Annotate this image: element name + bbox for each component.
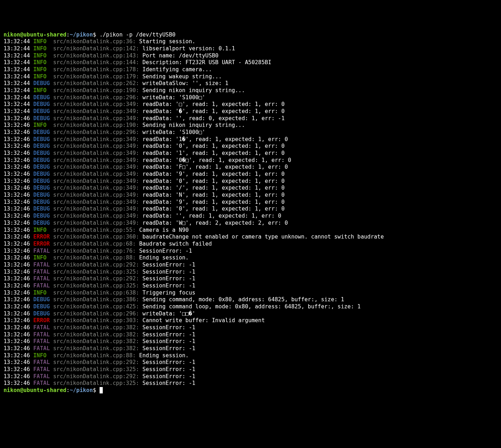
prompt-colon: : <box>66 32 69 38</box>
log-line: 13:32:46 DEBUG src/nikonDatalink.cpp:349… <box>4 157 497 164</box>
log-level: FATAL <box>33 345 50 352</box>
prompt-user: nikon@ubuntu-shared <box>4 32 66 38</box>
log-level: DEBUG <box>33 115 50 122</box>
log-line: 13:32:46 DEBUG src/nikonDatalink.cpp:425… <box>4 303 497 310</box>
log-level: DEBUG <box>33 150 50 156</box>
log-line: 13:32:46 FATAL src/nikonDatalink.cpp:325… <box>4 269 497 276</box>
log-level: DEBUG <box>33 94 50 101</box>
log-message: libserialport version: 0.1.1 <box>142 45 235 52</box>
log-source: src/nikonDatalink.cpp:190: <box>53 122 139 128</box>
log-level: DEBUG <box>33 136 50 142</box>
log-timestamp: 13:32:46 <box>4 192 30 198</box>
log-message: Baudrate switch failed <box>139 241 212 247</box>
log-message: baudrateChange not enabled or camera typ… <box>142 234 384 240</box>
log-line: 13:32:46 INFO src/nikonDatalink.cpp:638:… <box>4 290 497 297</box>
terminal-output[interactable]: nikon@ubuntu-shared:~/pikon$ ./pikon -p … <box>4 32 497 394</box>
log-line: 13:32:46 FATAL src/nikonDatalink.cpp:382… <box>4 345 497 352</box>
log-line: 13:32:44 INFO src/nikonDatalink.cpp:178:… <box>4 66 497 73</box>
log-line: 13:32:46 ERROR src/nikonDatalink.cpp:303… <box>4 317 497 324</box>
log-line: 13:32:46 DEBUG src/nikonDatalink.cpp:349… <box>4 199 497 206</box>
log-timestamp: 13:32:46 <box>4 380 30 386</box>
log-line: 13:32:46 FATAL src/nikonDatalink.cpp:382… <box>4 324 497 331</box>
log-message: SessionError: -1 <box>142 380 195 386</box>
log-source: src/nikonDatalink.cpp:425: <box>53 303 139 310</box>
log-message: Sending command, mode: 0x80, address: 64… <box>142 296 344 303</box>
log-source: src/nikonDatalink.cpp:349: <box>53 115 139 122</box>
log-timestamp: 13:32:46 <box>4 324 30 331</box>
log-source: src/nikonDatalink.cpp:349: <box>53 143 139 149</box>
log-line: 13:32:46 DEBUG src/nikonDatalink.cpp:349… <box>4 220 497 227</box>
log-timestamp: 13:32:44 <box>4 73 30 80</box>
log-line: 13:32:46 INFO src/nikonDatalink.cpp:190:… <box>4 122 497 129</box>
log-line: 13:32:46 INFO src/nikonDatalink.cpp:55: … <box>4 227 497 234</box>
log-level: FATAL <box>33 338 50 345</box>
log-level: FATAL <box>33 324 50 331</box>
log-message: readData: 'N', read: 1, expected: 1, err… <box>142 192 285 198</box>
log-timestamp: 13:32:46 <box>4 227 30 233</box>
log-message: readData: '1', read: 1, expected: 1, err… <box>142 150 285 156</box>
log-level: DEBUG <box>33 310 50 317</box>
log-source: src/nikonDatalink.cpp:349: <box>53 171 139 177</box>
log-source: src/nikonDatalink.cpp:325: <box>53 366 139 373</box>
log-line: 13:32:46 DEBUG src/nikonDatalink.cpp:349… <box>4 192 497 199</box>
log-source: src/nikonDatalink.cpp:142: <box>53 45 139 52</box>
log-source: src/nikonDatalink.cpp:303: <box>53 317 139 324</box>
log-line: 13:32:46 DEBUG src/nikonDatalink.cpp:349… <box>4 136 497 143</box>
log-timestamp: 13:32:46 <box>4 150 30 156</box>
log-timestamp: 13:32:46 <box>4 310 30 317</box>
log-timestamp: 13:32:46 <box>4 115 30 122</box>
log-line: 13:32:46 DEBUG src/nikonDatalink.cpp:349… <box>4 206 497 213</box>
log-timestamp: 13:32:46 <box>4 338 30 345</box>
log-message: Ending session. <box>139 254 189 261</box>
command-text: ./pikon -p /dev/ttyUSB0 <box>96 32 175 38</box>
log-line: 13:32:46 DEBUG src/nikonDatalink.cpp:349… <box>4 213 497 220</box>
log-source: src/nikonDatalink.cpp:349: <box>53 192 139 198</box>
log-source: src/nikonDatalink.cpp:386: <box>53 296 139 303</box>
log-level: FATAL <box>33 269 50 275</box>
log-timestamp: 13:32:46 <box>4 136 30 142</box>
log-source: src/nikonDatalink.cpp:179: <box>53 73 139 80</box>
log-level: DEBUG <box>33 164 50 170</box>
log-message: readData: '□', read: 1, expected: 1, err… <box>142 101 285 107</box>
log-timestamp: 13:32:44 <box>4 66 30 73</box>
log-message: SessionError: -1 <box>142 338 195 345</box>
log-source: src/nikonDatalink.cpp:382: <box>53 324 139 331</box>
log-timestamp: 13:32:46 <box>4 199 30 205</box>
prompt-user: nikon@ubuntu-shared <box>4 387 66 393</box>
prompt-dollar: $ <box>93 32 96 38</box>
log-level: DEBUG <box>33 199 50 205</box>
log-message: SessionError: -1 <box>142 359 195 365</box>
log-line: 13:32:44 DEBUG src/nikonDatalink.cpp:349… <box>4 108 497 115</box>
log-level: FATAL <box>33 248 50 254</box>
log-message: writeDataSlow: '', size: 1 <box>142 80 229 86</box>
log-line: 13:32:46 DEBUG src/nikonDatalink.cpp:349… <box>4 164 497 171</box>
log-level: INFO <box>33 59 50 66</box>
log-timestamp: 13:32:46 <box>4 275 30 282</box>
log-source: src/nikonDatalink.cpp:360: <box>53 234 139 240</box>
log-message: Camera is a N90 <box>139 227 189 233</box>
log-line: 13:32:44 INFO src/nikonDatalink.cpp:190:… <box>4 87 497 94</box>
log-source: src/nikonDatalink.cpp:349: <box>53 164 139 170</box>
log-line: 13:32:44 DEBUG src/nikonDatalink.cpp:296… <box>4 94 497 101</box>
log-source: src/nikonDatalink.cpp:190: <box>53 87 139 94</box>
log-message: readData: 'W□', read: 2, expected: 2, er… <box>142 220 288 226</box>
log-message: writeData: 'S1000□' <box>142 94 205 101</box>
log-timestamp: 13:32:46 <box>4 122 30 128</box>
log-timestamp: 13:32:46 <box>4 206 30 212</box>
log-source: src/nikonDatalink.cpp:325: <box>53 269 139 275</box>
log-level: DEBUG <box>33 192 50 198</box>
log-timestamp: 13:32:44 <box>4 59 30 66</box>
log-message: SessionError: -1 <box>142 345 195 352</box>
log-timestamp: 13:32:46 <box>4 296 30 303</box>
log-line: 13:32:46 DEBUG src/nikonDatalink.cpp:296… <box>4 129 497 136</box>
log-message: Ending session. <box>139 352 189 359</box>
log-level: INFO <box>33 122 50 128</box>
prompt-dollar: $ <box>93 387 96 393</box>
log-line: 13:32:46 FATAL src/nikonDatalink.cpp:292… <box>4 373 497 380</box>
log-message: Sending nikon inquiry string... <box>142 122 245 128</box>
log-line: 13:32:46 DEBUG src/nikonDatalink.cpp:349… <box>4 171 497 178</box>
log-source: src/nikonDatalink.cpp:349: <box>53 213 139 219</box>
log-message: readData: '', read: 0, expected: 1, err:… <box>142 115 285 122</box>
log-source: src/nikonDatalink.cpp:325: <box>53 282 139 289</box>
log-line: 13:32:46 FATAL src/nikonDatalink.cpp:292… <box>4 275 497 282</box>
